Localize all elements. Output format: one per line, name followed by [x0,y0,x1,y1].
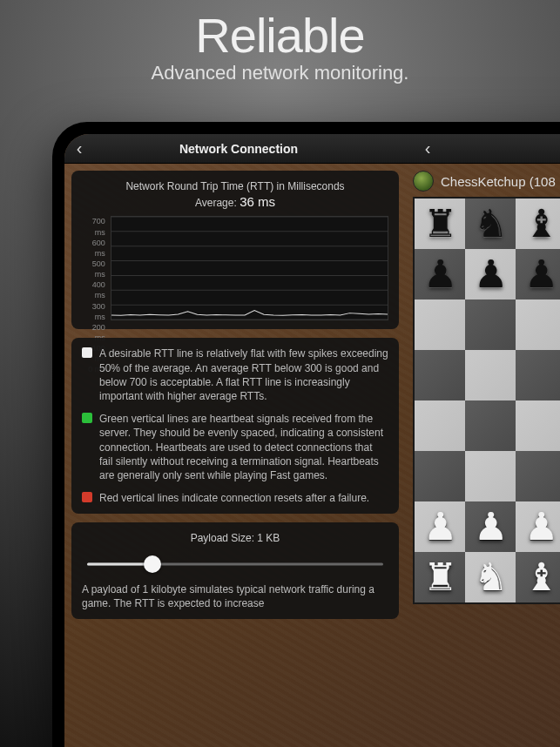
y-tick-label: 500 ms [82,259,105,279]
chevron-left-icon: ‹ [425,138,431,158]
chessboard[interactable]: ♜♞♝♛♚♝♞♜♟♟♟♟♟♟♟♟♟♟♟♟♟♟♟♟♜♞♝♛♚♝♞♜ [413,197,560,604]
board-square[interactable]: ♟ [516,249,560,299]
hero-title: Reliable [0,7,560,64]
legend-item-red: Red vertical lines indicate connection r… [82,491,388,505]
header-title: Network Connection [64,142,413,156]
rtt-chart-title: Network Round Trip Time (RTT) in Millise… [82,179,388,193]
legend-item-green: Green vertical lines are heartbeat signa… [82,412,388,482]
piece-icon: ♟ [474,255,508,293]
rtt-avg-label: Average: [195,197,237,209]
y-tick-label: 400 ms [82,279,105,300]
avatar [413,171,434,192]
board-square[interactable]: ♝ [516,552,560,602]
rtt-chart [111,216,388,320]
board-square[interactable] [516,350,560,400]
board-square[interactable] [516,451,560,501]
board-square[interactable] [465,400,516,451]
board-square[interactable]: ♞ [465,199,516,249]
opponent-name: ChessKetchup (108 [441,174,556,189]
piece-icon: ♟ [524,508,558,546]
network-pane: Network Round Trip Time (RTT) in Millise… [64,134,406,747]
square-red-icon [82,492,92,502]
board-square[interactable] [465,451,516,501]
opponent-row[interactable]: ChessKetchup (108 [413,171,560,192]
piece-icon: ♜ [423,205,457,243]
screen: ‹ Network Connection ‹ Network Round Tri… [64,134,560,747]
piece-icon: ♟ [423,508,457,546]
payload-title: Payload Size: 1 KB [82,531,388,545]
board-square[interactable] [415,350,465,400]
board-square[interactable]: ♜ [415,552,465,602]
board-square[interactable] [415,400,465,451]
board-square[interactable]: ♞ [465,552,516,602]
rtt-avg-value: 36 ms [240,194,275,209]
legend-card: A desirable RTT line is relatively flat … [71,338,399,514]
board-square[interactable] [415,299,465,350]
y-tick-label: 700 ms [82,216,105,237]
board-square[interactable]: ♟ [516,501,560,552]
piece-icon: ♟ [524,255,558,293]
y-tick-label: 300 ms [82,301,105,322]
hero-subtitle: Advanced network monitoring. [0,62,560,84]
legend-red-text: Red vertical lines indicate connection r… [99,491,369,505]
piece-icon: ♞ [474,205,508,243]
board-square[interactable]: ♜ [415,199,465,249]
board-square[interactable]: ♟ [465,501,516,552]
board-square[interactable] [516,400,560,451]
piece-icon: ♝ [524,205,558,243]
tablet-frame: ‹ Network Connection ‹ Network Round Tri… [52,122,560,747]
piece-icon: ♟ [474,508,508,546]
board-square[interactable]: ♝ [516,199,560,249]
rtt-card: Network Round Trip Time (RTT) in Millise… [71,171,399,329]
board-square[interactable]: ♟ [415,501,465,552]
legend-green-text: Green vertical lines are heartbeat signa… [99,412,388,482]
slider-fill [87,562,152,565]
board-square[interactable] [465,350,516,400]
payload-card: Payload Size: 1 KB A payload of 1 kiloby… [71,522,399,619]
legend-item-white: A desirable RTT line is relatively flat … [82,347,388,403]
app-header: ‹ Network Connection ‹ [64,134,560,164]
y-tick-label: 600 ms [82,238,105,259]
game-pane: ChessKetchup (108 ♜♞♝♛♚♝♞♜♟♟♟♟♟♟♟♟♟♟♟♟♟♟… [406,134,560,747]
board-square[interactable] [516,299,560,350]
board-square[interactable] [465,299,516,350]
piece-icon: ♟ [423,255,457,293]
payload-slider[interactable] [87,555,383,574]
board-square[interactable]: ♟ [465,249,516,299]
slider-thumb[interactable] [144,555,161,573]
back-button-right[interactable]: ‹ [413,138,442,158]
payload-description: A payload of 1 kilobyte simulates typica… [82,582,388,610]
square-green-icon [82,413,92,423]
board-square[interactable] [415,451,465,501]
board-square[interactable]: ♟ [415,249,465,299]
rtt-y-axis: 700 ms600 ms500 ms400 ms300 ms200 ms100 … [82,216,111,320]
piece-icon: ♝ [524,558,558,596]
legend-white-text: A desirable RTT line is relatively flat … [99,347,388,403]
piece-icon: ♞ [474,558,508,596]
piece-icon: ♜ [423,558,457,596]
square-white-icon [82,347,92,358]
